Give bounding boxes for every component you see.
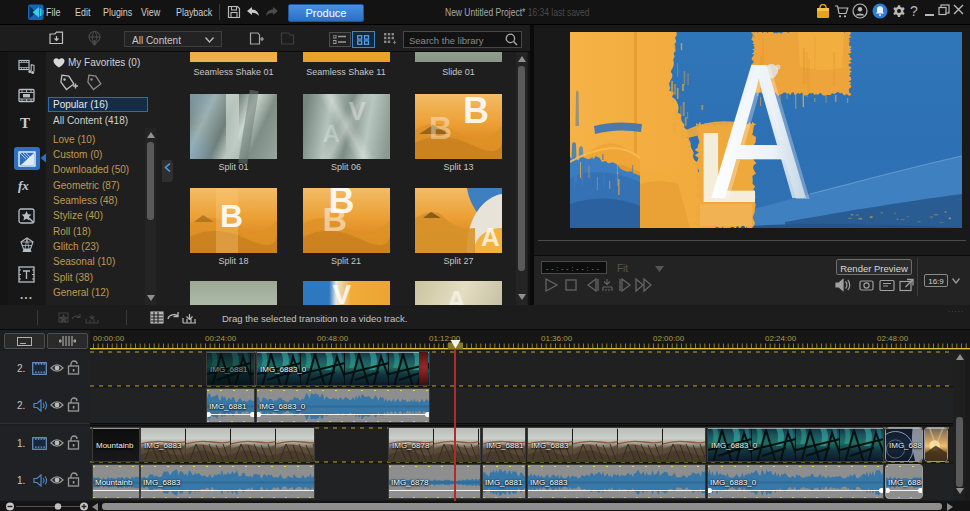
svg-text:02:00:00: 02:00:00 — [653, 334, 685, 343]
svg-text:A: A — [715, 32, 810, 228]
svg-text:00:00:00: 00:00:00 — [93, 334, 125, 343]
svg-text:02:24:00: 02:24:00 — [765, 334, 797, 343]
svg-text:00:48:00: 00:48:00 — [317, 334, 349, 343]
svg-text:00:24:00: 00:24:00 — [205, 334, 237, 343]
svg-text:A: A — [481, 222, 500, 252]
svg-text:01:36:00: 01:36:00 — [541, 334, 573, 343]
svg-text:02:48:00: 02:48:00 — [877, 334, 909, 343]
